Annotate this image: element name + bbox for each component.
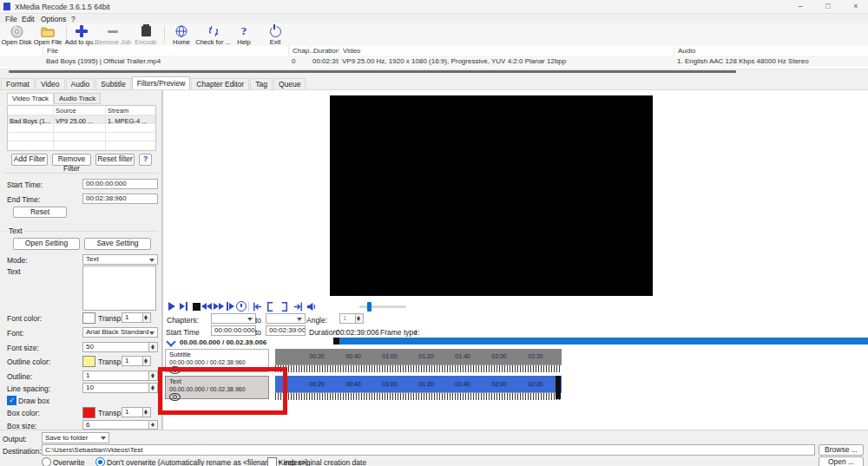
- mode-select[interactable]: Text: [82, 254, 158, 265]
- menu-edit[interactable]: Edit: [22, 15, 35, 23]
- box-transp-field[interactable]: 1: [122, 407, 144, 417]
- col-audio[interactable]: Audio: [674, 46, 868, 56]
- chapter-from-select[interactable]: [211, 313, 256, 324]
- col-chapter[interactable]: Chap...: [288, 46, 309, 56]
- open-file-button[interactable]: Open File: [32, 24, 63, 45]
- tab-tag[interactable]: Tag: [250, 78, 273, 89]
- open-disk-button[interactable]: Open Disk: [1, 24, 32, 45]
- track-cell-stream: 1. MPEG-4 ...: [108, 117, 154, 125]
- font-transp-spinner[interactable]: [142, 312, 151, 323]
- add-filter-button[interactable]: Add Filter: [11, 154, 48, 166]
- tick-label: 01:00: [378, 353, 401, 359]
- col-duration[interactable]: Duration: [309, 46, 339, 56]
- jump-to-end-button[interactable]: [292, 301, 304, 312]
- open-setting-button[interactable]: Open Setting: [13, 238, 80, 250]
- question-icon: ?: [241, 24, 247, 38]
- font-size-field[interactable]: 50: [82, 342, 158, 352]
- browse-button[interactable]: Browse ...: [819, 444, 864, 456]
- box-transp-spinner[interactable]: [142, 407, 151, 417]
- seek-bar[interactable]: [333, 338, 868, 345]
- col-file[interactable]: File: [43, 46, 288, 56]
- minimize-button[interactable]: –: [788, 0, 812, 13]
- help-button[interactable]: ? Help: [233, 24, 255, 45]
- font-select[interactable]: Arial Black Standard: [82, 327, 158, 338]
- spinner[interactable]: [148, 421, 157, 429]
- filter-help-button[interactable]: ?: [139, 154, 152, 166]
- jump-to-start-button[interactable]: [251, 301, 263, 312]
- preview-end-time-field[interactable]: 00:02:39:006: [266, 325, 306, 336]
- set-start-marker-button[interactable]: [264, 301, 276, 312]
- outline-transp-label: Transp.: [98, 358, 123, 366]
- globe-icon: [167, 25, 196, 37]
- track-col-stream[interactable]: Stream: [108, 107, 128, 115]
- track-col-source[interactable]: Source: [56, 107, 76, 115]
- tab-audio[interactable]: Audio: [66, 78, 95, 89]
- text-track-band[interactable]: 00:20 00:40 01:00 01:20 01:40 02:00 02:2…: [275, 376, 562, 392]
- keep-date-checkbox[interactable]: [267, 457, 277, 466]
- remove-filter-button[interactable]: Remove Filter: [52, 154, 91, 166]
- preview-start-time-field[interactable]: 00:00:00:000: [211, 325, 256, 336]
- font-color-swatch[interactable]: [82, 312, 95, 324]
- tab-format[interactable]: Format: [1, 78, 35, 89]
- toolbar: Open Disk Open File Add to qu... Remove …: [0, 23, 868, 47]
- end-time-field[interactable]: 00:02:38:960: [82, 194, 158, 204]
- font-transp-field[interactable]: 1: [122, 312, 144, 323]
- outline-label: Outline:: [7, 372, 32, 381]
- step-button[interactable]: [224, 301, 236, 312]
- outline-transp-spinner[interactable]: [142, 356, 151, 366]
- close-button[interactable]: ×: [844, 0, 868, 13]
- start-time-field[interactable]: 00:00:00:000: [82, 179, 158, 189]
- col-video[interactable]: Video: [339, 46, 674, 56]
- horizontal-scrollbar[interactable]: [9, 70, 736, 73]
- volume-slider-thumb[interactable]: [367, 302, 372, 312]
- reset-filter-button[interactable]: Reset filter: [95, 154, 135, 166]
- fast-forward-button[interactable]: [213, 301, 225, 312]
- tab-video[interactable]: Video: [36, 78, 65, 89]
- box-size-field[interactable]: 6: [82, 420, 158, 430]
- save-setting-button[interactable]: Save Setting: [84, 238, 151, 250]
- control-separator: [248, 302, 249, 312]
- tab-queue[interactable]: Queue: [273, 78, 306, 89]
- angle-label: Angle:: [306, 316, 327, 325]
- subtab-audio-track[interactable]: Audio Track: [54, 93, 101, 104]
- seek-position-marker[interactable]: [333, 338, 339, 345]
- subtitle-track-band[interactable]: 00:20 00:40 01:00 01:20 01:40 02:00 02:2…: [275, 349, 562, 364]
- menu-options[interactable]: Options: [41, 15, 66, 23]
- angle-spinner[interactable]: [355, 313, 364, 324]
- rewind-button[interactable]: [201, 301, 213, 312]
- menu-file[interactable]: File: [5, 15, 17, 23]
- outline-color-swatch[interactable]: [82, 356, 95, 367]
- tab-filters-preview[interactable]: Filters/Preview: [132, 76, 191, 89]
- text-input[interactable]: [82, 266, 156, 311]
- track-end-marker: [556, 376, 561, 399]
- spinner[interactable]: [148, 343, 157, 351]
- overwrite-radio[interactable]: [42, 457, 51, 466]
- draw-box-checkbox[interactable]: ✓: [7, 396, 16, 405]
- next-frame-button[interactable]: [178, 301, 190, 312]
- set-end-marker-button[interactable]: [278, 301, 290, 312]
- dont-overwrite-radio[interactable]: [95, 457, 105, 466]
- destination-field[interactable]: C:\Users\Sebastian\Videos\Test: [42, 444, 815, 456]
- clock-icon[interactable]: [235, 301, 247, 312]
- outline-field[interactable]: 1: [82, 371, 158, 381]
- outline-transp-field[interactable]: 1: [122, 356, 144, 366]
- check-for-update-button[interactable]: Check for ...: [194, 24, 233, 45]
- reset-button[interactable]: Reset: [13, 207, 67, 218]
- menu-help[interactable]: ?: [71, 15, 76, 23]
- line-spacing-field[interactable]: 10: [82, 383, 158, 393]
- open-button[interactable]: Open ...: [819, 456, 864, 466]
- play-button[interactable]: [166, 301, 178, 312]
- home-button[interactable]: Home: [167, 24, 196, 45]
- spinner[interactable]: [148, 371, 157, 380]
- subtab-video-track[interactable]: Video Track: [7, 93, 54, 104]
- chapter-to-select[interactable]: [266, 313, 306, 324]
- output-mode-select[interactable]: Save to folder: [42, 432, 109, 443]
- spinner[interactable]: [148, 384, 157, 392]
- tab-chapter-editor[interactable]: Chapter Editor: [191, 78, 249, 89]
- encode-icon: [141, 26, 151, 36]
- maximize-button[interactable]: □: [816, 0, 840, 13]
- tab-subtitle[interactable]: Subtitle: [95, 78, 130, 89]
- volume-icon[interactable]: [305, 301, 317, 312]
- exit-button[interactable]: Exit: [259, 24, 292, 45]
- box-color-swatch[interactable]: [82, 407, 95, 418]
